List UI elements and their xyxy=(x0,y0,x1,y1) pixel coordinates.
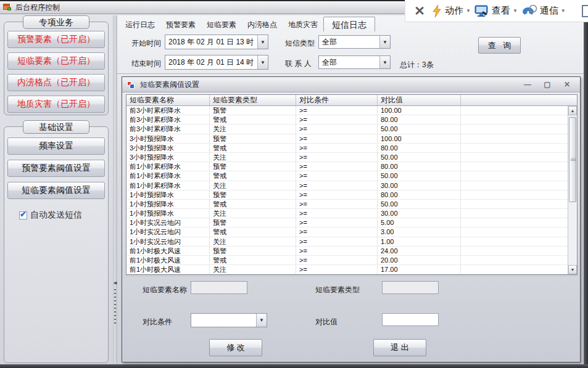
cell-condition: >= xyxy=(296,247,378,255)
cell-value: 50.00 xyxy=(378,171,461,180)
app-icon xyxy=(3,4,12,11)
column-header[interactable]: 短临要素类型 xyxy=(210,95,296,105)
splitter-collapse-icon[interactable]: ◀ xyxy=(113,280,117,285)
cell-condition: >= xyxy=(296,153,378,162)
cell-condition: >= xyxy=(296,209,378,218)
table-scrollbar[interactable]: ▲ ▼ xyxy=(568,106,577,274)
table-row[interactable]: 1小时实况云地闪 关注 >= 1.00 xyxy=(126,237,577,247)
query-button[interactable]: 查 询 xyxy=(478,37,521,54)
special-feature-button[interactable]: 预警要素（已开启） xyxy=(7,31,105,48)
element-type-field[interactable] xyxy=(382,281,439,294)
table-row[interactable]: 1小时预报降水 关注 >= 30.00 xyxy=(126,209,577,218)
exit-button[interactable]: 退 出 xyxy=(373,339,426,356)
tab[interactable]: 地质灾害 xyxy=(283,18,323,31)
compare-value-field[interactable] xyxy=(382,313,439,326)
table-row[interactable]: 前1小时极大风速 关注 >= 17.00 xyxy=(126,265,577,274)
special-feature-button[interactable]: 内涝格点（已开启） xyxy=(7,74,105,91)
table-row[interactable]: 前1小时极大风速 预警 >= 24.00 xyxy=(126,247,577,256)
cell-element-name: 前1小时极大风速 xyxy=(126,256,210,264)
table-row[interactable]: 3小时预报降水 预警 >= 100.00 xyxy=(126,134,577,144)
toolbar-item-view[interactable]: 查看 ▼ xyxy=(474,4,518,18)
start-time-combobox[interactable]: 2018 年 02 月 01 日 13 时 ▼ xyxy=(165,35,268,49)
chevron-down-icon[interactable]: ▼ xyxy=(257,35,268,49)
end-time-label: 结束时间 xyxy=(131,59,161,69)
auto-sms-label: 自动发送短信 xyxy=(30,210,82,221)
cell-condition: >= xyxy=(296,181,378,190)
contact-combobox[interactable]: 全部 ▼ xyxy=(318,55,391,69)
maximize-icon[interactable]: ▢ xyxy=(543,80,552,89)
column-header[interactable]: 短临要素名称 xyxy=(126,95,210,105)
scroll-up-icon[interactable]: ▲ xyxy=(568,106,577,115)
tab[interactable]: 内涝格点 xyxy=(242,18,283,31)
table-row[interactable]: 3小时预报降水 关注 >= 50.00 xyxy=(126,153,577,162)
column-header-filler xyxy=(461,95,577,105)
tab[interactable]: 短信日志 xyxy=(323,17,375,31)
sms-type-combobox[interactable]: 全部 ▼ xyxy=(318,35,391,49)
basic-group-title: 基础设置 xyxy=(23,120,89,134)
minimize-icon[interactable]: — xyxy=(523,80,532,89)
table-row[interactable]: 1小时实况云地闪 预警 >= 5.00 xyxy=(126,218,577,227)
sidebar-splitter[interactable]: ◀ xyxy=(113,15,117,364)
table-row[interactable]: 1小时预报降水 警戒 >= 50.00 xyxy=(126,200,577,209)
close-icon[interactable]: ✕ xyxy=(412,4,428,18)
table-row[interactable]: 前3小时累积降水 预警 >= 100.00 xyxy=(126,106,577,115)
cell-element-type: 预警 xyxy=(210,247,296,255)
table-row[interactable]: 前3小时累积降水 关注 >= 50.00 xyxy=(126,125,577,134)
remote-toolbar: ✕ 动作 ▼ 查看 ▼ 通信 ▼ xyxy=(405,0,588,22)
element-name-field[interactable] xyxy=(191,281,247,294)
condition-combobox[interactable]: ▼ xyxy=(191,313,267,327)
sms-type-label: 短信类型 xyxy=(285,38,315,49)
tab[interactable]: 运行日志 xyxy=(120,18,160,31)
cell-element-type: 警戒 xyxy=(210,200,296,208)
chevron-down-icon[interactable]: ▼ xyxy=(379,36,390,48)
special-feature-button[interactable]: 地质灾害（已开启） xyxy=(7,96,105,113)
table-row[interactable]: 前1小时累积降水 警戒 >= 50.00 xyxy=(126,171,577,181)
window-frame-bottom xyxy=(0,364,588,368)
cell-condition: >= xyxy=(296,265,378,274)
table-row[interactable]: 前3小时累积降水 警戒 >= 80.00 xyxy=(126,115,577,125)
basic-setting-button[interactable]: 频率设置 xyxy=(7,137,105,155)
toolbar-item-comm[interactable]: 通信 ▼ xyxy=(521,4,566,18)
basic-setting-button[interactable]: 短临要素阈值设置 xyxy=(7,182,105,199)
sidebar: 专项业务 预警要素（已开启）短临要素（已开启）内涝格点（已开启）地质灾害（已开启… xyxy=(2,15,112,364)
cell-condition: >= xyxy=(296,106,378,115)
table-row[interactable]: 3小时预报降水 警戒 >= 80.00 xyxy=(126,144,577,153)
table-row[interactable]: 前1小时累积降水 关注 >= 30.00 xyxy=(126,181,577,190)
table-row[interactable]: 前1小时累积降水 预警 >= 80.00 xyxy=(126,162,577,171)
cell-filler xyxy=(461,181,577,190)
end-time-combobox[interactable]: 2018 年 02 月 01 日 14 时 ▼ xyxy=(165,55,268,70)
toolbar-item-label: 查看 xyxy=(492,5,510,17)
scrollbar-track[interactable] xyxy=(568,115,577,265)
monitor-icon xyxy=(474,4,489,18)
special-feature-button[interactable]: 短临要素（已开启） xyxy=(7,52,105,70)
start-time-value: 2018 年 02 月 01 日 13 时 xyxy=(165,37,257,47)
column-header[interactable]: 对比值 xyxy=(378,95,461,105)
table-row[interactable]: 1小时预报降水 预警 >= 80.00 xyxy=(126,190,577,200)
close-icon[interactable]: ✕ xyxy=(563,80,571,89)
scrollbar-thumb[interactable] xyxy=(569,117,576,202)
table-row[interactable]: 1小时实况云地闪 警戒 >= 3.00 xyxy=(126,227,577,237)
cell-element-name: 1小时实况云地闪 xyxy=(126,218,210,227)
cell-element-type: 关注 xyxy=(210,265,296,274)
cell-filler xyxy=(461,227,577,236)
cell-element-type: 预警 xyxy=(210,162,296,171)
partial-toolbar-icon[interactable] xyxy=(582,5,588,17)
auto-sms-checkbox[interactable]: ✔ xyxy=(19,211,27,219)
modify-button[interactable]: 修 改 xyxy=(209,339,262,356)
toolbar-item-actions[interactable]: 动作 ▼ xyxy=(431,4,471,18)
column-header[interactable]: 对比条件 xyxy=(296,95,378,105)
chevron-down-icon[interactable]: ▼ xyxy=(257,55,268,69)
table-row[interactable]: 前1小时极大风速 警戒 >= 20.00 xyxy=(126,256,577,265)
window-title: 后台程序控制 xyxy=(15,2,60,13)
scroll-down-icon[interactable]: ▼ xyxy=(568,265,577,274)
cell-element-name: 前1小时累积降水 xyxy=(126,162,210,171)
basic-setting-button[interactable]: 预警要素阈值设置 xyxy=(7,160,105,177)
cell-element-name: 3小时预报降水 xyxy=(126,134,210,143)
dialog-titlebar[interactable]: 短临要素阈值设置 — ▢ ✕ xyxy=(122,77,580,92)
chevron-down-icon[interactable]: ▼ xyxy=(256,314,267,327)
toolbar-item-label: 动作 xyxy=(445,5,463,17)
cell-element-type: 预警 xyxy=(210,106,296,115)
chevron-down-icon[interactable]: ▼ xyxy=(379,56,390,68)
tab[interactable]: 预警要素 xyxy=(160,18,201,31)
tab[interactable]: 短临要素 xyxy=(201,18,242,31)
